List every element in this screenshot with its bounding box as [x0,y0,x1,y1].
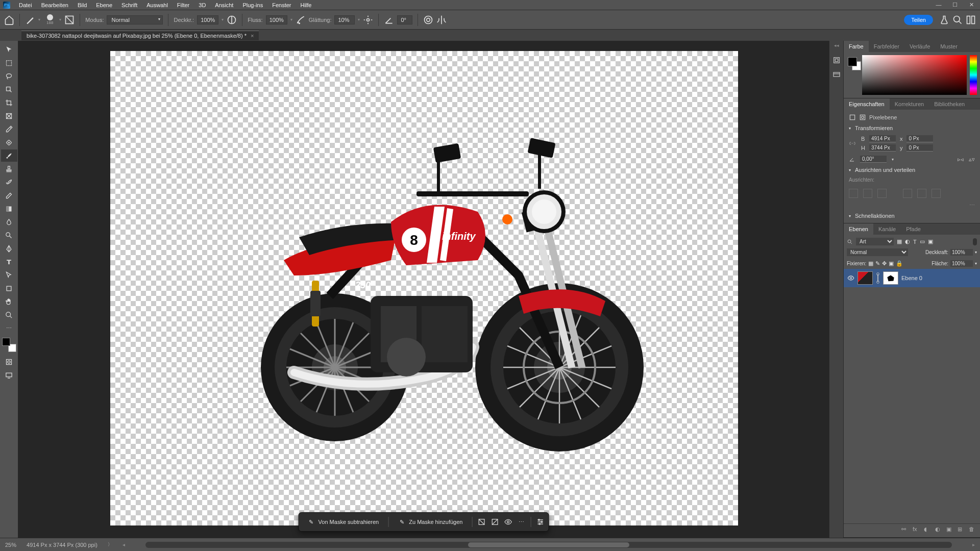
blend-mode-select[interactable]: Normal [107,15,163,24]
gradient-tool[interactable] [1,203,17,215]
menu-bearbeiten[interactable]: Bearbeiten [37,2,73,8]
search-icon[interactable] [847,239,853,245]
new-layer-icon[interactable]: ⊞ [958,526,965,533]
menu-filter[interactable]: Filter [173,2,194,8]
chevron-down-icon[interactable]: ▾ [975,261,977,266]
tool-preset-icon[interactable] [25,15,35,25]
lasso-tool[interactable] [1,70,17,82]
width-field[interactable]: 4914 Px [869,135,896,142]
window-close-icon[interactable]: ✕ [968,2,975,8]
subtract-mask-button[interactable]: ✎ Von Maske subtrahieren [303,516,383,528]
quickmask-icon[interactable] [1,356,17,368]
horizontal-scrollbar[interactable] [145,542,952,548]
color-field[interactable] [862,55,967,95]
share-button[interactable]: Teilen [904,15,933,25]
lock-transparency-icon[interactable]: ▦ [868,260,873,267]
align-right-icon[interactable] [877,189,887,198]
filter-smart-icon[interactable]: ▣ [928,238,933,245]
quick-actions-section[interactable]: Schnellaktionen [849,213,975,219]
flip-h-icon[interactable]: ▹◃ [958,156,964,163]
lock-artboard-icon[interactable]: ▣ [889,260,894,267]
flip-v-icon[interactable]: ▵▿ [969,156,975,163]
flow-field[interactable]: 100% [266,15,287,24]
menu-fenster[interactable]: Fenster [267,2,296,8]
collapse-dock-icon[interactable]: ◂◂ [834,43,839,48]
settings-icon[interactable] [536,518,544,526]
pressure-opacity-icon[interactable] [227,15,237,25]
menu-schrift[interactable]: Schrift [117,2,142,8]
brush-panel-icon[interactable] [64,15,75,25]
align-vcenter-icon[interactable] [917,189,926,198]
layer-name[interactable]: Ebene 0 [901,275,922,281]
visibility-icon[interactable] [847,274,854,282]
tab-close-icon[interactable]: × [251,33,254,39]
zoom-level[interactable]: 25% [5,542,16,548]
fx-icon[interactable]: fx [913,526,920,533]
menu-3d[interactable]: 3D [194,2,210,8]
search-icon[interactable] [952,15,963,25]
lock-all-icon[interactable]: 🔒 [896,260,903,267]
filter-adjust-icon[interactable]: ◐ [905,238,910,245]
tab-korrekturen[interactable]: Korrekturen [890,98,929,110]
filter-kind-select[interactable]: Art [856,238,894,245]
hand-tool[interactable] [1,295,17,308]
chevron-down-icon[interactable]: ▾ [892,157,894,162]
dock-icon-1[interactable] [832,56,841,65]
screenmode-icon[interactable] [1,369,17,381]
align-left-icon[interactable] [849,189,858,198]
align-bottom-icon[interactable] [932,189,941,198]
mask-icon[interactable]: ◖ [924,526,931,533]
chevron-down-icon[interactable]: ▾ [290,17,292,22]
mask-thumbnail[interactable] [883,271,898,285]
tab-eigenschaften[interactable]: Eigenschaften [844,98,890,110]
brush-preview[interactable]: 188 [46,14,53,25]
eye-icon[interactable] [504,518,512,526]
filter-toggle[interactable] [973,238,977,245]
x-field[interactable]: 0 Px [906,135,933,142]
align-hcenter-icon[interactable] [863,189,872,198]
add-mask-button[interactable]: ✎ Zu Maske hinzufügen [394,516,467,528]
history-brush-tool[interactable] [1,176,17,188]
panel-fg-swatch[interactable] [848,57,857,66]
filter-shape-icon[interactable]: ▭ [920,238,925,245]
tab-farbfelder[interactable]: Farbfelder [869,41,904,52]
tab-bibliotheken[interactable]: Bibliotheken [929,98,970,110]
pressure-size-icon[interactable] [423,15,433,25]
scroll-left-icon[interactable]: ◂ [122,542,125,547]
window-minimize-icon[interactable]: — [935,2,942,8]
panel-color-swatches[interactable] [847,55,859,95]
chevron-down-icon[interactable]: ▾ [358,17,360,22]
dock-icon-2[interactable] [832,70,841,80]
layer-opacity-field[interactable]: 100% [950,249,973,256]
scrollbar-thumb[interactable] [468,542,629,547]
menu-auswahl[interactable]: Auswahl [142,2,173,8]
menu-hilfe[interactable]: Hilfe [296,2,316,8]
crop-tool[interactable] [1,96,17,109]
trash-icon[interactable]: 🗑 [969,526,976,533]
filter-pixel-icon[interactable]: ▦ [897,238,902,245]
tab-verlaeufe[interactable]: Verläufe [904,41,935,52]
info-chevron-icon[interactable]: 〉 [108,541,112,548]
color-swatches[interactable] [2,338,16,352]
menu-ansicht[interactable]: Ansicht [210,2,238,8]
filter-type-icon[interactable]: T [913,239,917,245]
selection-tool[interactable] [1,83,17,95]
angle-field[interactable]: 0,00° [860,156,887,163]
document-info[interactable]: 4914 Px x 3744 Px (300 ppi) [27,542,97,548]
canvas-area[interactable]: 8 infinity 250 [18,41,829,538]
foreground-color-swatch[interactable] [2,338,10,346]
hue-slider[interactable] [970,55,977,95]
chevron-down-icon[interactable]: ▾ [975,250,977,255]
beaker-icon[interactable] [939,15,949,25]
menu-plugins[interactable]: Plug-ins [238,2,267,8]
window-maximize-icon[interactable]: ☐ [951,2,959,8]
y-field[interactable]: 0 Px [906,144,933,152]
pen-tool[interactable] [1,242,17,255]
align-top-icon[interactable] [903,189,912,198]
eraser-tool[interactable] [1,189,17,202]
type-tool[interactable] [1,256,17,268]
chevron-down-icon[interactable]: ▾ [222,17,224,22]
document-canvas[interactable]: 8 infinity 250 [110,51,738,525]
more-icon[interactable]: ⋯ [517,518,525,526]
blur-tool[interactable] [1,216,17,228]
